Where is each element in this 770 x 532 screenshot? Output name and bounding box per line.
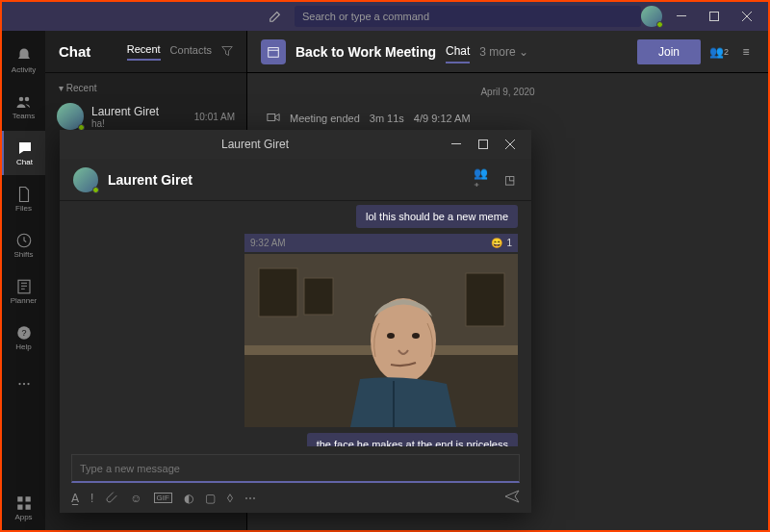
svg-rect-12 [25,496,30,501]
content-header: Back to Work Meeting Chat 3 more ⌄ Join … [247,31,768,73]
svg-point-27 [412,333,420,339]
popout-maximize[interactable] [470,131,497,158]
svg-rect-5 [18,280,30,293]
svg-rect-21 [259,268,297,317]
popout-name: Laurent Giret [108,172,192,188]
svg-point-10 [27,383,29,385]
svg-rect-0 [677,15,686,16]
titlebar: Search or type a command [2,2,768,31]
compose-box[interactable] [71,454,520,483]
popout-header: Laurent Giret 👥⁺ ◳ [60,159,531,201]
svg-point-26 [387,333,395,339]
svg-point-9 [22,383,24,385]
rail-apps[interactable]: Apps [2,486,45,530]
compose-new-icon[interactable] [264,5,287,28]
tab-contacts[interactable]: Contacts [170,44,212,60]
svg-rect-17 [451,143,461,144]
svg-rect-18 [479,140,488,149]
sticker-icon[interactable]: ◐ [184,492,193,505]
svg-rect-16 [268,114,275,121]
svg-rect-23 [466,273,504,326]
send-icon[interactable] [504,489,520,507]
rail-help[interactable]: ?Help [2,316,45,360]
svg-rect-1 [710,13,719,21]
emoji-icon[interactable]: ☺ [130,492,141,505]
chat-row-name: Laurent Giret [91,105,187,118]
search-placeholder: Search or type a command [302,11,429,22]
meet-now-icon[interactable]: ▢ [205,492,216,505]
rail-activity[interactable]: Activity [2,38,45,83]
more-icon[interactable]: ⋯ [244,492,256,505]
list-icon[interactable]: ≡ [737,45,755,59]
rail-planner[interactable]: Planner [2,269,45,314]
tab-chat[interactable]: Chat [446,40,470,63]
priority-icon[interactable]: ! [90,492,93,505]
date-separator: April 9, 2020 [267,87,749,97]
participants-icon[interactable]: 👥2 [710,45,728,59]
compose-area: A̲ ! ☺ GIF ◐ ▢ ◊ ⋯ [60,446,531,513]
chat-row-preview: ha! [91,118,187,129]
meeting-title: Back to Work Meeting [295,44,436,60]
laugh-reaction-icon[interactable]: 😄 [491,238,502,248]
message-outgoing: lol this should be a new meme [356,205,518,228]
rail-more[interactable] [2,362,45,406]
gif-icon[interactable]: GIF [154,493,172,503]
popout-close[interactable] [497,131,524,158]
close-button[interactable] [733,3,760,30]
message-image[interactable] [244,254,518,427]
chat-row-time: 10:01 AM [194,112,235,122]
compose-input[interactable] [80,463,511,474]
tab-recent[interactable]: Recent [127,43,161,61]
chatlist-title: Chat [59,43,90,60]
reaction-count: 1 [506,238,512,248]
message-block: 9:32 AM 😄1 [73,234,518,427]
calendar-icon [261,39,286,64]
svg-rect-15 [269,47,279,57]
maximize-button[interactable] [701,3,728,30]
popout-avatar [73,167,98,192]
attach-icon[interactable] [105,490,118,506]
popout-minimize[interactable] [443,131,470,158]
message-outgoing: the face he makes at the end is priceles… [307,433,518,446]
join-button[interactable]: Join [637,39,701,64]
svg-rect-13 [17,505,22,510]
minimize-button[interactable] [668,3,695,30]
compose-toolbar: A̲ ! ☺ GIF ◐ ▢ ◊ ⋯ [71,489,520,507]
message-list: lol this should be a new meme 9:32 AM 😄1 [60,201,531,446]
svg-rect-22 [304,278,333,315]
chevron-down-icon: ⌄ [519,45,528,59]
tab-more[interactable]: 3 more ⌄ [479,41,528,63]
popout-window: Laurent Giret Laurent Giret 👥⁺ ◳ lol thi… [60,130,531,513]
section-recent: ▾ Recent [45,73,246,97]
video-icon [267,111,280,126]
svg-rect-14 [25,505,30,510]
chat-avatar [57,103,84,130]
svg-point-2 [18,97,23,102]
app-rail: Activity Teams Chat Files Shifts Planner… [2,31,45,530]
rail-teams[interactable]: Teams [2,85,45,129]
rail-files[interactable]: Files [2,177,45,221]
svg-text:?: ? [21,328,26,338]
format-icon[interactable]: A̲ [71,492,79,505]
svg-point-3 [24,97,29,102]
svg-point-8 [18,383,20,385]
stream-icon[interactable]: ◊ [227,492,233,505]
rail-chat[interactable]: Chat [2,131,45,175]
filter-icon[interactable] [221,43,233,61]
popout-people-icon[interactable]: 👥⁺ [474,166,491,193]
rail-shifts[interactable]: Shifts [2,223,45,267]
meeting-event: Meeting ended 3m 11s 4/9 9:12 AM [267,111,749,126]
user-avatar[interactable] [641,6,662,27]
popout-popout-icon[interactable]: ◳ [500,173,518,187]
popout-titlebar: Laurent Giret [60,130,531,159]
search-input[interactable]: Search or type a command [295,6,641,27]
popout-title: Laurent Giret [67,138,443,151]
message-time: 9:32 AM [250,238,286,248]
svg-rect-11 [17,496,22,501]
